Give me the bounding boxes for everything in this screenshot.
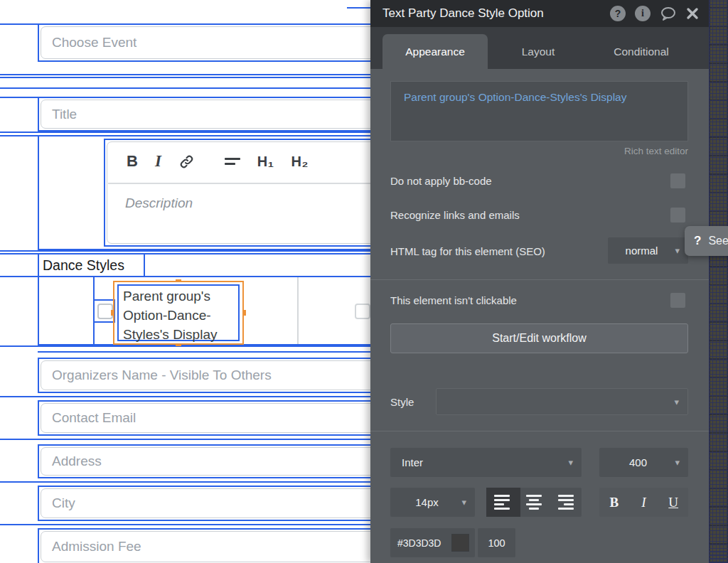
heading1-icon[interactable]: H₁ bbox=[257, 154, 274, 170]
font-size-dropdown[interactable]: 14px ▾ bbox=[390, 488, 475, 517]
question-icon: ? bbox=[694, 234, 701, 248]
text-element-content[interactable]: Parent group's Option-Dance-Styles's Dis… bbox=[117, 284, 240, 341]
city-input[interactable]: City bbox=[41, 488, 378, 518]
align-icon[interactable] bbox=[225, 158, 240, 165]
chevron-down-icon: ▾ bbox=[674, 397, 679, 407]
organizers-name-element[interactable]: Organizers Name - Visible To Others bbox=[38, 358, 372, 393]
address-input[interactable]: Address bbox=[41, 447, 378, 476]
group-outline bbox=[0, 345, 370, 347]
bold-button[interactable]: B bbox=[599, 488, 629, 517]
style-dropdown[interactable]: ▾ bbox=[436, 388, 688, 415]
chevron-down-icon: ▾ bbox=[461, 497, 466, 508]
bubble-editor-screen: Choose Event Title B I bbox=[0, 0, 728, 563]
group-outline bbox=[0, 396, 370, 397]
text-style-group: B I U bbox=[599, 488, 688, 517]
font-color-input[interactable]: #3D3D3D bbox=[390, 528, 475, 557]
heading2-icon[interactable]: H₂ bbox=[291, 154, 309, 170]
group-outline bbox=[0, 77, 370, 78]
group-outline bbox=[0, 524, 370, 525]
align-right-button[interactable] bbox=[547, 488, 582, 517]
comment-icon[interactable] bbox=[660, 6, 677, 21]
panel-title: Text Party Dance Style Option bbox=[382, 6, 610, 21]
organizers-name-input[interactable]: Organizers Name - Visible To Others bbox=[41, 360, 378, 390]
panel-title-bar[interactable]: Text Party Dance Style Option ? i bbox=[370, 0, 709, 27]
dance-style-checkbox[interactable] bbox=[355, 304, 370, 319]
section-divider bbox=[370, 279, 709, 280]
description-placeholder: Description bbox=[125, 195, 193, 211]
choose-event-input[interactable]: Choose Event bbox=[41, 26, 378, 59]
see-reference-tooltip[interactable]: ? See bbox=[685, 226, 728, 256]
info-icon[interactable]: i bbox=[635, 6, 651, 21]
contact-email-element[interactable]: Contact Email bbox=[38, 400, 372, 436]
tab-conditional[interactable]: Conditional bbox=[589, 34, 694, 69]
dropdown-value: 14px bbox=[415, 496, 439, 508]
dropdown-value: 400 bbox=[629, 456, 647, 468]
resize-handle-right[interactable] bbox=[242, 310, 246, 316]
color-swatch[interactable] bbox=[451, 534, 469, 552]
toolbar-divider bbox=[108, 183, 373, 184]
recognize-links-checkbox[interactable] bbox=[670, 208, 685, 222]
choose-event-element[interactable]: Choose Event bbox=[38, 23, 372, 62]
underline-button[interactable]: U bbox=[658, 488, 688, 517]
opacity-value: 100 bbox=[488, 537, 505, 549]
chevron-down-icon: ▾ bbox=[675, 245, 680, 256]
bb-code-checkbox[interactable] bbox=[670, 173, 685, 188]
font-family-dropdown[interactable]: Inter ▾ bbox=[390, 448, 582, 477]
tab-layout[interactable]: Layout bbox=[488, 34, 589, 69]
selected-text-element[interactable]: Parent group's Option-Dance-Styles's Dis… bbox=[113, 281, 244, 345]
admission-fee-input[interactable]: Admission Fee bbox=[41, 531, 378, 562]
dropdown-value: normal bbox=[626, 245, 658, 257]
address-element[interactable]: Address bbox=[38, 444, 372, 478]
placeholder-text: Title bbox=[52, 107, 77, 122]
chevron-down-icon: ▾ bbox=[675, 457, 680, 468]
title-input[interactable]: Title bbox=[41, 100, 378, 129]
close-icon[interactable] bbox=[686, 7, 699, 20]
text-expression-editor[interactable]: Parent group's Option-Dance-Styles's Dis… bbox=[390, 81, 688, 141]
link-icon[interactable] bbox=[178, 154, 195, 170]
label-text: Dance Styles bbox=[43, 257, 124, 274]
bold-icon[interactable]: B bbox=[127, 152, 138, 171]
font-weight-dropdown[interactable]: 400 ▾ bbox=[599, 448, 688, 477]
italic-icon[interactable]: I bbox=[155, 152, 161, 171]
tooltip-text: See bbox=[708, 235, 728, 247]
opacity-input[interactable]: 100 bbox=[478, 528, 515, 557]
dance-styles-repeating-group[interactable]: Parent group's Option-Dance-Styles's Dis… bbox=[38, 276, 372, 345]
button-label: Start/Edit workflow bbox=[492, 332, 586, 345]
placeholder-text: City bbox=[52, 495, 75, 511]
italic-button[interactable]: I bbox=[629, 488, 659, 517]
not-clickable-checkbox[interactable] bbox=[670, 293, 685, 308]
page-canvas[interactable]: Choose Event Title B I bbox=[0, 0, 370, 563]
seo-tag-label: HTML tag for this element (SEO) bbox=[390, 245, 545, 257]
description-editor[interactable]: B I H₁ H₂ Description bbox=[104, 139, 374, 247]
group-outline bbox=[0, 87, 370, 89]
element-outline bbox=[347, 7, 370, 9]
seo-tag-dropdown[interactable]: normal ▾ bbox=[608, 237, 688, 264]
editor-background-grid bbox=[709, 0, 728, 563]
group-outline bbox=[0, 250, 370, 252]
align-left-button[interactable] bbox=[486, 488, 520, 517]
tab-appearance[interactable]: Appearance bbox=[382, 34, 488, 69]
start-edit-workflow-button[interactable]: Start/Edit workflow bbox=[390, 323, 688, 353]
title-element[interactable]: Title bbox=[38, 97, 372, 132]
not-clickable-label: This element isn't clickable bbox=[390, 294, 517, 306]
help-icon[interactable]: ? bbox=[610, 6, 626, 21]
placeholder-text: Choose Event bbox=[52, 35, 136, 50]
align-center-button[interactable] bbox=[520, 488, 547, 517]
rich-text-editor-link[interactable]: Rich text editor bbox=[624, 146, 688, 156]
placeholder-text: Organizers Name - Visible To Others bbox=[52, 368, 272, 383]
city-element[interactable]: City bbox=[38, 486, 372, 521]
placeholder-text: Admission Fee bbox=[52, 539, 141, 554]
tab-label: Conditional bbox=[614, 45, 669, 58]
chevron-down-icon: ▾ bbox=[568, 457, 573, 468]
resize-handle-left[interactable] bbox=[111, 310, 114, 316]
placeholder-text: Address bbox=[52, 454, 102, 469]
admission-fee-element[interactable]: Admission Fee bbox=[38, 528, 372, 563]
contact-email-input[interactable]: Contact Email bbox=[41, 403, 378, 433]
dance-styles-label[interactable]: Dance Styles bbox=[38, 253, 145, 277]
expression-text: Parent group's Option-Dance-Styles's Dis… bbox=[404, 91, 626, 103]
style-label: Style bbox=[390, 396, 414, 408]
resize-handle-top[interactable] bbox=[176, 279, 181, 282]
description-group[interactable]: B I H₁ H₂ Description bbox=[38, 135, 372, 250]
placeholder-text: Contact Email bbox=[52, 410, 136, 426]
group-outline bbox=[0, 132, 370, 133]
